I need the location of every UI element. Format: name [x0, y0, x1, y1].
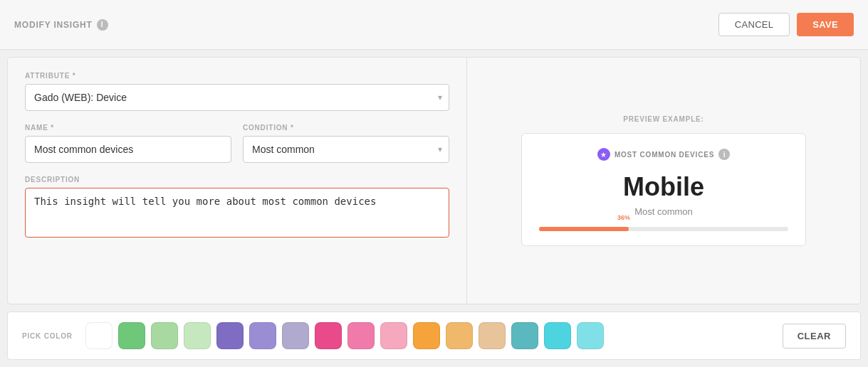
color-swatch[interactable]	[511, 322, 538, 349]
form-panel: ATTRIBUTE * Gado (WEB): Device ▾ NAME *	[8, 58, 467, 304]
attribute-select-wrapper: Gado (WEB): Device ▾	[25, 84, 449, 111]
condition-label: CONDITION *	[243, 124, 449, 132]
header: MODIFY INSIGHT i CANCEL SAVE	[0, 0, 868, 50]
attribute-field-group: ATTRIBUTE * Gado (WEB): Device ▾	[25, 72, 449, 111]
attribute-select[interactable]: Gado (WEB): Device	[25, 84, 449, 111]
color-swatch[interactable]	[446, 322, 473, 349]
description-field-group: DESCRIPTION This insight will tell you m…	[25, 176, 449, 240]
color-swatch[interactable]	[151, 322, 178, 349]
color-swatch[interactable]	[282, 322, 309, 349]
header-actions: CANCEL SAVE	[718, 13, 854, 36]
preview-info-icon: i	[718, 149, 730, 160]
color-swatch[interactable]	[85, 322, 113, 349]
attribute-label: ATTRIBUTE *	[25, 72, 449, 80]
color-swatches	[85, 322, 773, 349]
save-button[interactable]: SAVE	[797, 13, 854, 36]
name-field-group: NAME *	[25, 124, 231, 163]
color-swatch[interactable]	[380, 322, 407, 349]
color-picker-section: PICK COLOR CLEAR	[7, 312, 861, 360]
main-content: ATTRIBUTE * Gado (WEB): Device ▾ NAME *	[0, 50, 868, 367]
cancel-button[interactable]: CANCEL	[718, 13, 790, 36]
description-label: DESCRIPTION	[25, 176, 449, 184]
color-picker-label: PICK COLOR	[22, 332, 73, 340]
name-label: NAME *	[25, 124, 231, 132]
color-swatch[interactable]	[118, 322, 145, 349]
name-input[interactable]	[25, 136, 231, 163]
title-text: MODIFY INSIGHT	[14, 20, 93, 30]
info-icon: i	[97, 19, 108, 31]
preview-icon: ★	[597, 148, 610, 161]
preview-label: PREVIEW EXAMPLE:	[623, 115, 704, 123]
color-swatch[interactable]	[347, 322, 375, 349]
condition-select-wrapper: Most common ▾	[243, 136, 449, 163]
preview-bar-fill: 36%	[539, 227, 629, 231]
form-preview-section: ATTRIBUTE * Gado (WEB): Device ▾ NAME *	[7, 57, 861, 304]
color-swatch[interactable]	[315, 322, 342, 349]
preview-bar-label: 36%	[617, 214, 630, 221]
description-textarea[interactable]: This insight will tell you more about mo…	[25, 188, 449, 238]
color-swatch[interactable]	[479, 322, 506, 349]
condition-select[interactable]: Most common	[243, 136, 449, 163]
preview-value: Mobile	[623, 172, 704, 202]
condition-field-group: CONDITION * Most common ▾	[243, 124, 449, 163]
color-swatch[interactable]	[544, 322, 571, 349]
clear-button[interactable]: CLEAR	[783, 324, 846, 349]
preview-card-title-text: MOST COMMON DEVICES	[615, 151, 714, 159]
name-condition-row: NAME * CONDITION * Most common ▾	[25, 124, 449, 176]
preview-card: ★ MOST COMMON DEVICES i Mobile Most comm…	[521, 133, 806, 246]
page-title: MODIFY INSIGHT i	[14, 19, 108, 31]
preview-bar-container: 36%	[539, 227, 788, 231]
preview-subtitle: Most common	[634, 206, 693, 217]
preview-card-title: ★ MOST COMMON DEVICES i	[597, 148, 730, 161]
color-swatch[interactable]	[216, 322, 244, 349]
preview-panel: PREVIEW EXAMPLE: ★ MOST COMMON DEVICES i…	[467, 58, 860, 304]
color-swatch[interactable]	[249, 322, 276, 349]
color-swatch[interactable]	[184, 322, 211, 349]
color-swatch[interactable]	[413, 322, 440, 349]
color-swatch[interactable]	[577, 322, 604, 349]
